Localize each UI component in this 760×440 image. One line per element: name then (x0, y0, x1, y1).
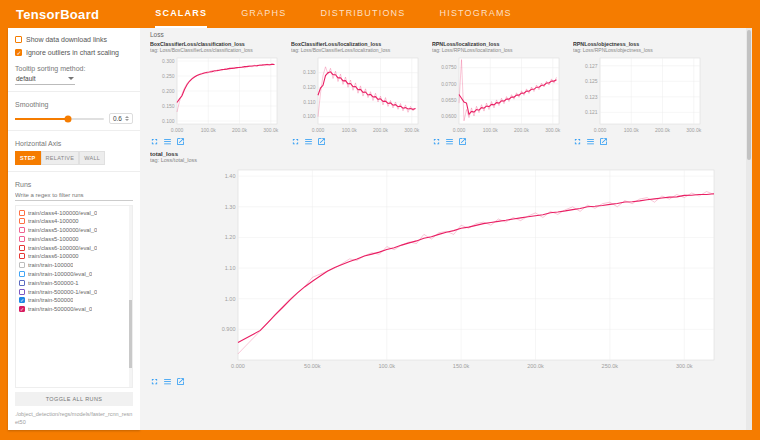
smoothing-slider-thumb[interactable] (65, 115, 72, 122)
run-item[interactable]: train/class5-100000 (16, 235, 132, 244)
svg-text:1.00: 1.00 (225, 296, 236, 302)
chart-tag: tag: Loss/BoxClassifierLoss/classificati… (150, 47, 282, 53)
total-loss-chart[interactable]: 0.9001.001.101.201.301.400.00050.00k100.… (150, 164, 728, 376)
ignore-outliers-label: Ignore outliers in chart scaling (26, 48, 119, 57)
runs-list: train/class4-100000/eval_0train/class4-1… (15, 205, 133, 387)
tab-graphs[interactable]: GRAPHS (241, 0, 286, 28)
runs-list-scrollbar[interactable] (129, 206, 132, 386)
run-label: train/class5-100000/eval_0 (28, 227, 97, 233)
svg-text:100.0k: 100.0k (624, 127, 640, 133)
svg-text:50.00k: 50.00k (304, 363, 321, 369)
run-item[interactable]: train/train-500000-1 (16, 278, 132, 287)
fullscreen-icon[interactable] (150, 137, 159, 146)
run-checkbox[interactable] (19, 218, 25, 224)
main-scrollbar[interactable] (746, 28, 752, 430)
toggle-all-runs-button[interactable]: TOGGLE ALL RUNS (15, 392, 133, 406)
svg-text:300.0k: 300.0k (676, 363, 693, 369)
run-item[interactable]: train/class4-100000 (16, 217, 132, 226)
tooltip-sorting-select[interactable]: default (15, 74, 75, 85)
run-checkbox[interactable] (19, 280, 25, 286)
tab-scalars[interactable]: SCALARS (155, 0, 207, 28)
run-item[interactable]: train/train-100000/eval_0 (16, 270, 132, 279)
run-checkbox[interactable] (19, 245, 25, 251)
classification-loss-chart[interactable]: 0.1000.1500.2000.2500.3000.000100.0k200.… (150, 54, 282, 136)
svg-text:0.120: 0.120 (303, 84, 316, 90)
run-checkbox[interactable] (19, 236, 25, 242)
objectness-loss-chart[interactable]: 0.1210.1230.1250.1270.000100.0k200.0k300… (573, 54, 705, 136)
small-charts-row: BoxClassifierLoss/classification_loss ta… (150, 41, 742, 146)
fullscreen-icon[interactable] (573, 137, 582, 146)
show-download-links-checkbox[interactable] (15, 36, 22, 43)
smoothing-value-stepper[interactable]: 0.6 (109, 113, 133, 124)
run-item[interactable]: train/train-100000 (16, 261, 132, 270)
run-checkbox[interactable] (19, 271, 25, 277)
chart-toolbar (291, 137, 423, 146)
smoothing-label: Smoothing (15, 101, 133, 108)
axis-step-button[interactable]: STEP (15, 151, 41, 165)
run-label: train/class6-100000 (28, 253, 79, 259)
pin-popout-icon[interactable] (176, 377, 185, 386)
run-item[interactable]: train/train-500000 (16, 296, 132, 305)
chart-toolbar (573, 137, 705, 146)
run-checkbox[interactable] (19, 306, 25, 312)
svg-text:200.0k: 200.0k (373, 127, 389, 133)
svg-text:200.0k: 200.0k (232, 127, 248, 133)
rpn-localization-loss-chart[interactable]: 0.06000.06500.07000.07500.000100.0k200.0… (432, 54, 564, 136)
data-options-icon[interactable] (163, 377, 172, 386)
run-label: train/train-500000 (28, 297, 73, 303)
data-options-icon[interactable] (304, 137, 313, 146)
svg-text:0.127: 0.127 (585, 63, 598, 69)
tab-distributions[interactable]: DISTRIBUTIONS (320, 0, 405, 28)
main-scrollbar-thumb[interactable] (747, 30, 751, 160)
svg-text:0.130: 0.130 (303, 69, 316, 75)
app-title: TensorBoard (16, 0, 99, 28)
smoothing-row: 0.6 (15, 113, 133, 124)
run-checkbox[interactable] (19, 262, 25, 268)
chart-tag: tag: Loss/total_loss (150, 157, 742, 163)
run-item[interactable]: train/class6-100000/eval_0 (16, 243, 132, 252)
chart-tag: tag: Loss/RPNLoss/localization_loss (432, 47, 564, 53)
run-item[interactable]: train/train-500000-1/eval_0 (16, 287, 132, 296)
run-label: train/train-500000-1/eval_0 (28, 289, 97, 295)
run-item[interactable]: train/class6-100000 (16, 252, 132, 261)
ignore-outliers-row[interactable]: Ignore outliers in chart scaling (15, 48, 133, 57)
pin-popout-icon[interactable] (176, 137, 185, 146)
box-localization-loss-chart[interactable]: 0.1000.1100.1200.1300.000100.0k200.0k300… (291, 54, 423, 136)
run-checkbox[interactable] (19, 210, 25, 216)
tab-histograms[interactable]: HISTOGRAMS (439, 0, 511, 28)
smoothing-slider[interactable] (15, 118, 104, 120)
stepper-arrows-icon[interactable] (125, 116, 129, 122)
run-label: train/train-100000 (28, 262, 73, 268)
svg-text:0.0600: 0.0600 (441, 113, 457, 119)
ignore-outliers-checkbox[interactable] (15, 49, 22, 56)
fullscreen-icon[interactable] (432, 137, 441, 146)
run-checkbox[interactable] (19, 253, 25, 259)
run-label: train/train-500000-1 (28, 280, 79, 286)
data-options-icon[interactable] (445, 137, 454, 146)
pin-popout-icon[interactable] (599, 137, 608, 146)
svg-text:200.0k: 200.0k (655, 127, 671, 133)
run-item[interactable]: train/class5-100000/eval_0 (16, 226, 132, 235)
run-checkbox[interactable] (19, 297, 25, 303)
run-label: train/class4-100000/eval_0 (28, 210, 97, 216)
fullscreen-icon[interactable] (150, 377, 159, 386)
run-checkbox[interactable] (19, 289, 25, 295)
axis-wall-button[interactable]: WALL (79, 151, 105, 165)
fullscreen-icon[interactable] (291, 137, 300, 146)
axis-relative-button[interactable]: RELATIVE (41, 151, 80, 165)
show-download-links-row[interactable]: Show data download links (15, 35, 133, 44)
pin-popout-icon[interactable] (317, 137, 326, 146)
runs-filter-input[interactable] (15, 190, 133, 201)
svg-text:0.123: 0.123 (585, 94, 598, 100)
svg-text:0.250: 0.250 (162, 73, 175, 79)
pin-popout-icon[interactable] (458, 137, 467, 146)
svg-text:200.0k: 200.0k (527, 363, 544, 369)
data-options-icon[interactable] (163, 137, 172, 146)
run-item[interactable]: train/train-500000/eval_0 (16, 305, 132, 314)
runs-list-scrollbar-thumb[interactable] (129, 300, 132, 369)
run-checkbox[interactable] (19, 227, 25, 233)
data-options-icon[interactable] (586, 137, 595, 146)
run-item[interactable]: train/class4-100000/eval_0 (16, 208, 132, 217)
runs-title: Runs (15, 181, 133, 188)
horizontal-axis-buttons: STEP RELATIVE WALL (15, 151, 133, 165)
